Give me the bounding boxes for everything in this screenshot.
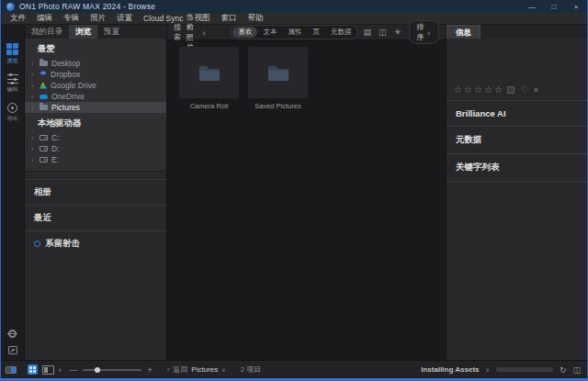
menu-window[interactable]: 窗口 — [215, 13, 242, 24]
like-heart-icon[interactable]: ♡ — [521, 84, 529, 95]
chevron-right-icon[interactable]: › — [31, 146, 36, 152]
folder-tile-saved-pictures[interactable]: Saved Pictures — [248, 47, 308, 110]
tab-presets[interactable]: 预置 — [97, 25, 126, 39]
tree-item-pictures[interactable]: › Pictures — [25, 102, 166, 113]
section-brilliance-ai[interactable]: Brilliance AI — [447, 100, 587, 126]
menu-settings[interactable]: 设置 — [111, 13, 138, 24]
folder-icon — [40, 105, 48, 110]
chevron-down-icon[interactable]: ∨ — [486, 366, 490, 373]
chevron-down-icon: ∨ — [427, 29, 431, 36]
tab-browse[interactable]: 浏览 — [69, 25, 97, 39]
dual-view-icon[interactable]: ◫ — [379, 28, 387, 37]
albums-section-header[interactable]: 相册 — [25, 179, 166, 205]
menu-edit[interactable]: 编辑 — [31, 13, 58, 24]
color-label-swatch[interactable] — [507, 86, 514, 94]
chevron-right-icon[interactable]: › — [31, 157, 36, 163]
lightbulb-icon[interactable]: ☀ — [394, 28, 401, 37]
sync-refresh-icon[interactable]: ↻ — [560, 365, 567, 375]
tree-item-dropbox[interactable]: › Dropbox — [25, 69, 166, 80]
tree-item-google-drive[interactable]: › Google Drive — [25, 80, 166, 91]
recent-section-header[interactable]: 最近 — [25, 205, 166, 230]
close-button[interactable]: × — [571, 3, 582, 11]
star-icon[interactable]: ☆ — [464, 85, 472, 95]
chevron-right-icon[interactable]: › — [31, 135, 36, 141]
tree-item-desktop[interactable]: › Desktop — [25, 58, 166, 69]
strip-bottom-icons: ↗ — [8, 330, 17, 360]
dual-display-icon[interactable] — [6, 366, 17, 374]
chevron-down-icon[interactable]: ∨ — [221, 366, 225, 373]
current-folder-label[interactable]: Pictures — [191, 365, 218, 374]
module-export[interactable]: 导出 — [7, 103, 18, 123]
installing-assets-label[interactable]: Installing Assets — [421, 365, 479, 374]
tab-my-catalogs[interactable]: 我的目录 — [25, 25, 69, 39]
star-icon[interactable]: ☆ — [474, 85, 482, 95]
info-tab-row: 信息 — [447, 25, 587, 39]
chevron-down-icon: ∨ — [202, 29, 206, 36]
folder-thumbnail[interactable] — [179, 47, 239, 98]
slider-knob[interactable] — [95, 367, 100, 373]
module-strip: 浏览 编辑 导出 ↗ — [1, 25, 25, 360]
tree-item-label: Google Drive — [51, 81, 96, 90]
filter-segment-group: 喜欢 文本 属性 页 元数据 — [231, 25, 358, 39]
compare-icon[interactable]: ▤ — [363, 28, 371, 37]
menu-album[interactable]: 专辑 — [58, 13, 85, 24]
menu-photo[interactable]: 照片 — [85, 13, 111, 24]
filter-text[interactable]: 文本 — [257, 27, 282, 38]
left-panel-tabs: 我的目录 浏览 预置 — [25, 25, 166, 39]
grid-view-button[interactable] — [28, 364, 38, 375]
content-area: 搜索 当前照片 ∨ 喜欢 文本 属性 页 元数据 ▤ ◫ ☀ 排 — [167, 25, 446, 360]
folder-glyph-icon — [198, 64, 220, 82]
tree-item-drive-c[interactable]: › C: — [25, 132, 166, 143]
thumb-size-plus[interactable]: + — [147, 365, 152, 375]
info-sections: Brilliance AI 元数据 关键字列表 — [447, 100, 587, 182]
breadcrumb[interactable]: ‹ 返回 Pictures ∨ 2 项目 — [167, 364, 262, 375]
onedrive-icon — [40, 95, 48, 99]
tree-item-drive-d[interactable]: › D: — [25, 143, 166, 154]
chevron-right-icon[interactable]: › — [31, 94, 36, 100]
tree-item-label: Pictures — [51, 103, 80, 112]
tethered-section-header[interactable]: 系留射击 — [25, 230, 166, 256]
tree-item-drive-e[interactable]: › E: — [25, 154, 166, 165]
module-edit[interactable]: 编辑 — [7, 74, 18, 94]
section-keyword-list[interactable]: 关键字列表 — [447, 153, 587, 182]
back-label[interactable]: 返回 — [173, 364, 187, 375]
chevron-right-icon[interactable]: › — [31, 61, 36, 67]
folder-tile-camera-roll[interactable]: Camera Roll — [179, 47, 239, 110]
folder-thumbnail[interactable] — [248, 47, 308, 98]
back-chevron-icon[interactable]: ‹ — [167, 365, 170, 374]
chevron-right-icon[interactable]: › — [31, 72, 36, 78]
gear-icon[interactable] — [8, 330, 17, 338]
tab-info[interactable]: 信息 — [447, 25, 481, 39]
filter-attributes[interactable]: 属性 — [282, 27, 307, 38]
module-browse[interactable]: 浏览 — [6, 43, 18, 65]
menu-file[interactable]: 文件 — [5, 13, 31, 24]
chevron-right-icon[interactable]: › — [31, 83, 36, 89]
minimize-button[interactable]: — — [526, 3, 537, 11]
window-title: ON1 Photo RAW MAX 2024 - Browse — [19, 2, 155, 11]
filter-metadata[interactable]: 元数据 — [325, 27, 357, 38]
thumb-size-slider[interactable] — [83, 369, 141, 371]
thumb-size-minus[interactable]: — — [69, 365, 77, 375]
folder-icon — [40, 61, 48, 66]
tree-item-onedrive[interactable]: › OneDrive — [25, 91, 166, 102]
maximize-button[interactable]: □ — [548, 3, 560, 11]
section-metadata[interactable]: 元数据 — [447, 126, 587, 153]
star-icon[interactable]: ☆ — [454, 85, 462, 95]
detail-view-button[interactable] — [42, 365, 54, 375]
panel-toggle-icon[interactable]: ◫ — [572, 365, 581, 375]
favorites-header[interactable]: 最爱 — [25, 39, 166, 58]
menu-help[interactable]: 帮助 — [242, 13, 268, 24]
tree-item-label: Dropbox — [51, 70, 80, 79]
reject-x-icon[interactable]: × — [534, 85, 538, 95]
module-browse-label: 浏览 — [7, 57, 18, 65]
chevron-down-icon[interactable]: ∨ — [58, 366, 62, 373]
filter-likes[interactable]: 喜欢 — [232, 27, 257, 38]
local-drives-header[interactable]: 本地驱动器 — [25, 113, 166, 132]
star-icon[interactable]: ☆ — [484, 85, 492, 95]
export-ring-icon — [7, 103, 17, 113]
star-icon[interactable]: ☆ — [494, 85, 503, 95]
share-icon[interactable]: ↗ — [8, 346, 17, 354]
chevron-right-icon[interactable]: › — [31, 105, 36, 111]
filter-page[interactable]: 页 — [307, 27, 325, 38]
menu-bar: 文件 编辑 专辑 照片 设置 Cloud Sync 视图 窗口 帮助 — [1, 13, 587, 25]
